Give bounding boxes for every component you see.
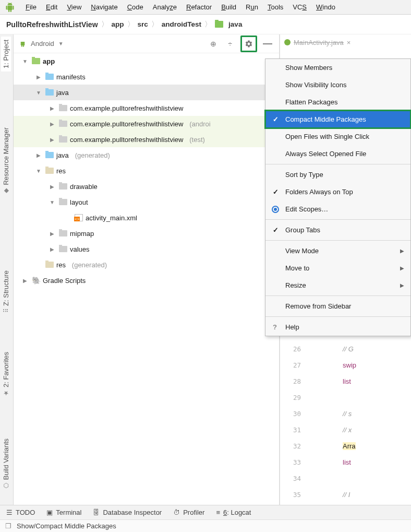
database-icon: 🗄: [93, 509, 100, 516]
menu-navigate[interactable]: Navigate: [86, 0, 122, 15]
generated-folder-icon: [45, 152, 54, 158]
expand-arrow-icon: ▶: [48, 121, 56, 127]
check-icon: ✓: [273, 188, 279, 196]
tree-node-manifests[interactable]: ▶ manifests: [14, 69, 279, 85]
gauge-icon: ⏱: [173, 509, 180, 516]
expand-arrow-icon: ▶: [34, 74, 43, 80]
tool-database-inspector[interactable]: 🗄Database Inspector: [93, 509, 162, 516]
expand-arrow-icon: ▼: [34, 168, 43, 174]
menu-file[interactable]: File: [21, 0, 41, 15]
menu-flatten-packages[interactable]: Flatten Packages: [265, 93, 410, 111]
crumb-androidtest[interactable]: androidTest: [162, 20, 201, 28]
tree-node-res-generated[interactable]: res (generated): [14, 257, 279, 273]
menu-vcs[interactable]: VCS: [288, 0, 311, 15]
menu-open-files-single-click[interactable]: Open Files with Single Click: [265, 128, 410, 145]
submenu-arrow-icon: ▶: [400, 265, 404, 271]
submenu-arrow-icon: ▶: [400, 248, 404, 254]
gradle-elephant-icon: 🐘: [31, 276, 41, 285]
menu-view[interactable]: View: [62, 0, 86, 15]
tree-node-java[interactable]: ▼ java: [14, 85, 279, 100]
rail-tab-resource-manager[interactable]: ◆Resource Manager: [1, 124, 11, 198]
crumb-src[interactable]: src: [138, 20, 148, 28]
menu-code[interactable]: Code: [123, 0, 148, 15]
folder-icon: [59, 246, 67, 252]
logcat-icon: ≡: [216, 509, 220, 516]
menu-edit-scopes[interactable]: Edit Scopes…: [265, 200, 410, 218]
menu-edit[interactable]: Edit: [41, 0, 62, 15]
menu-show-visibility-icons[interactable]: Show Visibility Icons: [265, 76, 410, 93]
menu-run[interactable]: Run: [241, 0, 263, 15]
crumb-app[interactable]: app: [112, 20, 124, 28]
tree-node-activity-main-xml[interactable]: activity_main.xml: [14, 210, 279, 226]
menu-refactor[interactable]: Refactor: [182, 0, 216, 15]
menu-tools[interactable]: Tools: [263, 0, 288, 15]
tool-terminal[interactable]: ▣Terminal: [46, 509, 81, 516]
tool-logcat[interactable]: ≡6: Logcat: [216, 509, 251, 516]
tree-node-pkg-test[interactable]: ▶ com.example.pulltorefreshwithlistview …: [14, 132, 279, 147]
android-icon: ⬡: [3, 482, 10, 489]
project-view-header: Android ▼ ⊕ ÷ —: [14, 34, 279, 53]
menu-compact-middle-packages[interactable]: ✓Compact Middle Packages: [265, 111, 410, 128]
menu-window[interactable]: Windo: [311, 0, 340, 15]
tree-node-pkg-main[interactable]: ▶ com.example.pulltorefreshwithlistview: [14, 100, 279, 116]
menu-show-members[interactable]: Show Members: [265, 59, 410, 76]
dropdown-arrow-icon: ▼: [58, 41, 64, 46]
tree-node-res[interactable]: ▼ res: [14, 163, 279, 179]
question-icon: ?: [273, 323, 277, 331]
hide-button[interactable]: —: [261, 38, 274, 50]
rail-tab-structure[interactable]: ⠿Z: Structure: [1, 267, 11, 316]
menu-help[interactable]: ?Help: [265, 318, 410, 336]
crumb-java[interactable]: java: [228, 20, 242, 28]
menu-analyze[interactable]: Analyze: [148, 0, 182, 15]
menu-remove-from-sidebar[interactable]: Remove from Sidebar: [265, 298, 410, 315]
expand-arrow-icon: ▶: [48, 105, 56, 111]
status-text: Show/Compact Middle Packages: [17, 522, 116, 530]
tree-node-drawable[interactable]: ▶ drawable: [14, 179, 279, 194]
tree-node-values[interactable]: ▶ values: [14, 241, 279, 257]
code-area[interactable]: // G swip list // s // x Arra list // I …: [343, 325, 356, 505]
chevron-icon: 〉: [127, 20, 135, 29]
project-view-selector[interactable]: Android: [31, 40, 54, 48]
rail-tab-build-variants[interactable]: ⬡Build Variants: [1, 435, 11, 492]
tree-node-app[interactable]: ▼ app: [14, 53, 279, 69]
close-tab-icon[interactable]: ×: [347, 39, 351, 46]
rail-tab-favorites[interactable]: ★2: Favorites: [1, 349, 11, 400]
editor-tab[interactable]: MainActivity.java ×: [280, 34, 411, 50]
line-gutter: 25 26 27 28 29 30 31 32 33 34 35 36: [280, 325, 305, 505]
tree-node-mipmap[interactable]: ▶ mipmap: [14, 226, 279, 241]
divider-icon[interactable]: ÷: [224, 38, 236, 50]
tree-node-layout[interactable]: ▼ layout: [14, 194, 279, 210]
menu-always-select-opened-file[interactable]: Always Select Opened File: [265, 145, 410, 162]
menu-folders-always-on-top[interactable]: ✓Folders Always on Top: [265, 183, 410, 200]
gear-button-highlighted[interactable]: [240, 36, 257, 52]
breadcrumb-bar: PulltoRefreshwithListView 〉 app 〉 src 〉 …: [0, 15, 411, 34]
rail-tab-project[interactable]: 1: Project: [1, 37, 11, 72]
check-icon: ✓: [273, 226, 279, 234]
gear-icon: [243, 38, 255, 50]
tool-todo[interactable]: ☰TODO: [6, 509, 35, 516]
menu-group-tabs[interactable]: ✓Group Tabs: [265, 221, 410, 239]
menu-sort-by-type[interactable]: Sort by Type: [265, 166, 410, 183]
chevron-icon: 〉: [204, 20, 212, 29]
menu-view-mode[interactable]: View Mode▶: [265, 242, 410, 259]
expand-arrow-icon: ▶: [48, 246, 56, 252]
tree-node-java-generated[interactable]: ▶ java (generated): [14, 147, 279, 163]
chevron-icon: 〉: [151, 20, 159, 29]
window-icon[interactable]: ❐: [5, 522, 11, 530]
expand-arrow-icon: ▶: [34, 152, 43, 158]
diamond-icon: ◆: [3, 187, 10, 195]
menu-move-to[interactable]: Move to▶: [265, 259, 410, 277]
crumb-root[interactable]: PulltoRefreshwithListView: [6, 20, 98, 29]
folder-icon: [59, 183, 67, 190]
module-folder-icon: [32, 58, 40, 64]
tree-node-pkg-androidtest[interactable]: ▶ com.example.pulltorefreshwithlistview …: [14, 116, 279, 132]
menu-resize[interactable]: Resize▶: [265, 277, 410, 294]
folder-icon: [59, 199, 67, 205]
tree-node-gradle-scripts[interactable]: ▶ 🐘 Gradle Scripts: [14, 273, 279, 288]
select-opened-file-button[interactable]: ⊕: [207, 38, 220, 50]
res-folder-icon: [45, 168, 54, 174]
menu-build[interactable]: Build: [216, 0, 241, 15]
tool-profiler[interactable]: ⏱Profiler: [173, 509, 204, 516]
submenu-arrow-icon: ▶: [400, 282, 404, 288]
android-logo-icon: [4, 2, 16, 13]
